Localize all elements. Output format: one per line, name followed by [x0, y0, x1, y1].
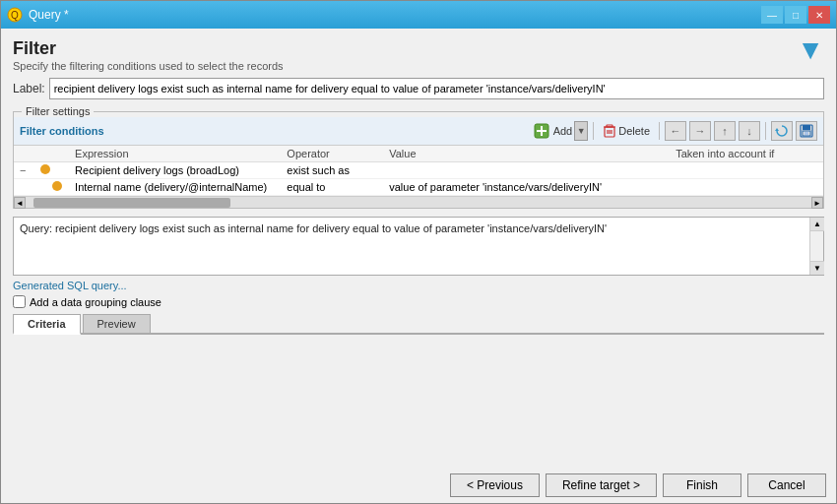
add-button-label[interactable]: Add — [551, 124, 575, 138]
content-area: Filter Specify the filtering conditions … — [1, 29, 836, 466]
minimize-button[interactable]: — — [761, 6, 783, 24]
separator3 — [765, 122, 766, 140]
header-text: Filter Specify the filtering conditions … — [13, 38, 284, 72]
label-field-label: Label: — [13, 82, 45, 95]
filter-toolbar: Filter conditions Add ▼ — [14, 117, 823, 146]
value-cell — [383, 162, 670, 179]
status-dot — [40, 164, 50, 174]
refine-button[interactable]: Refine target > — [546, 473, 657, 497]
delete-button-label: Delete — [618, 125, 650, 137]
finish-button[interactable]: Finish — [663, 473, 741, 497]
scroll-right-arrow[interactable]: ► — [811, 197, 823, 209]
app-icon: Q — [7, 7, 23, 23]
col-value: Value — [383, 146, 670, 162]
taken-cell — [670, 179, 823, 196]
page-subtitle: Specify the filtering conditions used to… — [13, 60, 284, 72]
scrollbar-thumb[interactable] — [33, 198, 230, 208]
refresh-button[interactable] — [771, 121, 793, 141]
col-taken: Taken into account if — [670, 146, 823, 162]
delete-icon — [603, 124, 616, 138]
tab-criteria[interactable]: Criteria — [13, 314, 81, 335]
grouping-label: Add a data grouping clause — [30, 296, 161, 308]
title-bar: Q Query * — □ ✕ — [1, 1, 836, 29]
refresh-icon — [775, 124, 789, 138]
close-button[interactable]: ✕ — [808, 6, 830, 24]
add-dropdown[interactable]: Add ▼ — [534, 121, 589, 141]
horizontal-scrollbar[interactable]: ◄ ► — [14, 196, 823, 208]
previous-button[interactable]: < Previous — [450, 473, 540, 497]
query-scroll-down[interactable]: ▼ — [810, 261, 824, 275]
label-row: Label: — [13, 78, 824, 99]
window-title: Query * — [29, 8, 69, 22]
svg-text:Q: Q — [11, 10, 19, 21]
col-expand — [14, 146, 34, 162]
operator-cell: equal to — [281, 179, 383, 196]
query-text: Query: recipient delivery logs exist suc… — [14, 218, 809, 275]
svg-rect-15 — [805, 132, 808, 135]
filter-settings-legend: Filter settings — [22, 105, 94, 117]
col-dot — [34, 146, 69, 162]
expand-cell[interactable]: − — [14, 162, 34, 179]
save-button[interactable] — [796, 121, 817, 141]
query-wrapper: Query: recipient delivery logs exist suc… — [13, 217, 824, 276]
tab-preview[interactable]: Preview — [83, 314, 151, 333]
separator — [593, 122, 594, 140]
maximize-button[interactable]: □ — [785, 6, 806, 24]
col-expression: Expression — [69, 146, 281, 162]
expression-cell: Internal name (delivery/@internalName) — [69, 179, 281, 196]
checkbox-row: Add a data grouping clause — [13, 295, 824, 308]
tab-bar: Criteria Preview — [13, 314, 824, 335]
arrow-down-button[interactable]: ↓ — [739, 121, 760, 141]
grouping-checkbox[interactable] — [13, 295, 26, 308]
col-operator: Operator — [281, 146, 383, 162]
add-icon — [534, 123, 549, 139]
expand-cell — [14, 179, 34, 196]
svg-rect-13 — [803, 125, 810, 130]
sql-link[interactable]: Generated SQL query... — [13, 280, 824, 291]
arrow-left-button[interactable]: ← — [665, 121, 686, 141]
svg-rect-10 — [607, 125, 612, 127]
page-title: Filter — [13, 38, 284, 59]
dot-cell — [34, 179, 69, 196]
filter-table[interactable]: Expression Operator Value Taken into acc… — [14, 146, 823, 196]
filter-conditions-label: Filter conditions — [20, 125, 104, 137]
header-section: Filter Specify the filtering conditions … — [13, 38, 824, 72]
scroll-left-arrow[interactable]: ◄ — [14, 197, 26, 209]
label-input[interactable] — [49, 78, 824, 99]
filter-settings-group: Filter settings Filter conditions Add ▼ — [13, 105, 824, 209]
operator-cell: exist such as — [281, 162, 383, 179]
window-controls: — □ ✕ — [761, 6, 830, 24]
arrow-right-button[interactable]: → — [689, 121, 711, 141]
table-row[interactable]: Internal name (delivery/@internalName) e… — [14, 179, 823, 196]
main-window: Q Query * — □ ✕ Filter Specify the filte… — [0, 0, 837, 504]
query-scrollbar[interactable]: ▲ ▼ — [809, 218, 823, 275]
toolbar-buttons: Add ▼ Delete — [534, 120, 817, 142]
svg-marker-11 — [775, 128, 779, 131]
table-row[interactable]: − Recipient delivery logs (broadLog) exi… — [14, 162, 823, 179]
cancel-button[interactable]: Cancel — [747, 473, 826, 497]
delete-button[interactable]: Delete — [599, 120, 654, 142]
status-dot-indent — [52, 181, 62, 191]
table-wrapper: Expression Operator Value Taken into acc… — [14, 146, 823, 196]
query-content: Query: recipient delivery logs exist suc… — [20, 222, 607, 234]
save-icon — [800, 124, 813, 138]
value-cell: value of parameter 'instance/vars/delive… — [383, 179, 670, 196]
conditions-table: Expression Operator Value Taken into acc… — [14, 146, 823, 196]
add-dropdown-arrow[interactable]: ▼ — [574, 121, 588, 141]
title-bar-left: Q Query * — [7, 7, 69, 23]
separator2 — [659, 122, 660, 140]
filter-icon: ▼ — [797, 34, 824, 66]
taken-cell — [670, 162, 823, 179]
footer: < Previous Refine target > Finish Cancel — [1, 466, 836, 503]
arrow-up-button[interactable]: ↑ — [714, 121, 736, 141]
dot-cell — [34, 162, 69, 179]
expression-cell: Recipient delivery logs (broadLog) — [69, 162, 281, 179]
query-scroll-up[interactable]: ▲ — [810, 218, 824, 231]
